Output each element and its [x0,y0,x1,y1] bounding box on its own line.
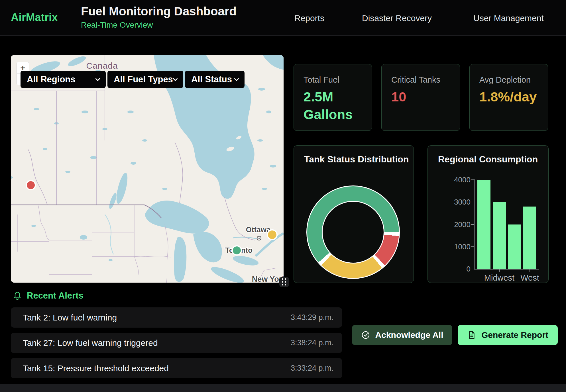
x-tick-mark [499,270,500,272]
alert-row[interactable]: Tank 27: Low fuel warning triggered 3:38… [11,333,342,353]
stat-label: Total Fuel [304,75,362,85]
generate-report-label: Generate Report [481,330,548,340]
stat-card-total-fuel: Total Fuel 2.5M Gallons [294,64,372,131]
map-label-canada: Canada [86,61,118,70]
y-tick-label: 0 [444,265,471,273]
stat-card-avg-depletion: Avg Depletion 1.8%/day [469,64,548,131]
y-tick-mark [471,179,474,180]
bottom-strip [0,384,566,392]
tank-status-donut-chart [306,185,400,279]
map-label-ottawa: Ottawa [246,225,271,234]
alerts-title: Recent Alerts [27,291,84,301]
acknowledge-all-button[interactable]: Acknowledge All [352,325,452,345]
bar-region-1 [477,180,490,269]
chevron-down-icon [95,76,100,81]
alert-time: 3:38:24 p.m. [291,338,333,347]
marker-normal[interactable] [232,246,241,255]
stat-card-critical-tanks: Critical Tanks 10 [381,64,460,131]
stat-value: 10 [391,88,450,106]
alert-time: 3:33:24 p.m. [291,364,333,373]
stat-value: 2.5M Gallons [304,88,362,123]
dashboard-root: AirMatrix Fuel Monitoring Dashboard Real… [0,0,566,392]
x-tick-label: West [520,273,539,283]
x-tick-mark [530,270,530,272]
generate-report-button[interactable]: Generate Report [458,325,558,345]
regional-consumption-bar-chart: 01000200030004000MidwestWest [428,146,549,283]
y-tick-label: 2000 [444,220,471,229]
header-bar: AirMatrix Fuel Monitoring Dashboard Real… [0,0,566,36]
alerts-header: Recent Alerts [13,291,84,301]
regional-consumption-chart-card: Regional Consumption 01000200030004000Mi… [427,145,549,283]
marker-critical[interactable] [26,181,35,190]
bar-region-3 [508,224,521,269]
check-circle-icon [361,330,370,340]
chart-title: Tank Status Distribution [304,154,409,165]
page-subtitle: Real-Time Overview [81,21,153,30]
page-title: Fuel Monitoring Dashboard [81,5,237,18]
alert-message: Tank 27: Low fuel warning triggered [23,338,158,348]
bar-Midwest [493,202,506,269]
region-filter-value: All Regions [27,74,76,85]
map-panel[interactable]: Canada Ottawa Toronto New York + − All R… [11,55,284,283]
marker-warning[interactable] [267,230,277,240]
stat-value: 1.8%/day [479,88,538,106]
y-tick-mark [471,246,474,247]
stat-label: Avg Depletion [479,75,538,85]
y-tick-label: 1000 [444,242,471,251]
nav-reports[interactable]: Reports [294,13,324,23]
y-tick-mark [471,202,474,202]
y-axis [474,179,475,270]
x-tick-label: Midwest [484,273,514,283]
document-icon [467,330,476,340]
y-tick-mark [471,224,474,225]
alert-message: Tank 2: Low fuel warning [23,313,117,322]
status-filter-value: All Status [191,74,232,85]
y-tick-label: 3000 [444,198,471,207]
stat-label: Critical Tanks [391,75,450,85]
map-filters: All Regions All Fuel Types All Status [21,71,245,88]
map-canvas[interactable]: Canada Ottawa Toronto New York [11,55,284,283]
acknowledge-all-label: Acknowledge All [375,330,443,340]
alert-time: 3:43:29 p.m. [291,313,333,322]
app-logo: AirMatrix [11,11,58,24]
chevron-down-icon [173,76,178,81]
alert-row[interactable]: Tank 15: Pressure threshold exceeded 3:3… [11,358,342,378]
nav-disaster-recovery[interactable]: Disaster Recovery [362,13,432,23]
alert-message: Tank 15: Pressure threshold exceeded [23,364,169,373]
tank-status-chart-card: Tank Status Distribution [294,145,414,283]
y-tick-label: 4000 [444,175,471,184]
chevron-down-icon [234,76,239,81]
x-axis [474,269,539,270]
fuel-type-filter-select[interactable]: All Fuel Types [107,71,183,88]
map-resize-handle[interactable] [279,277,289,287]
alert-row[interactable]: Tank 2: Low fuel warning 3:43:29 p.m. [11,307,342,328]
nav-user-management[interactable]: User Management [473,13,544,23]
bar-West [523,207,536,269]
region-filter-select[interactable]: All Regions [21,71,106,88]
bell-icon [13,291,22,301]
status-filter-select[interactable]: All Status [185,71,245,88]
fuel-type-filter-value: All Fuel Types [114,74,173,85]
map-label-new-york: New York [252,275,284,283]
y-tick-mark [471,269,474,269]
